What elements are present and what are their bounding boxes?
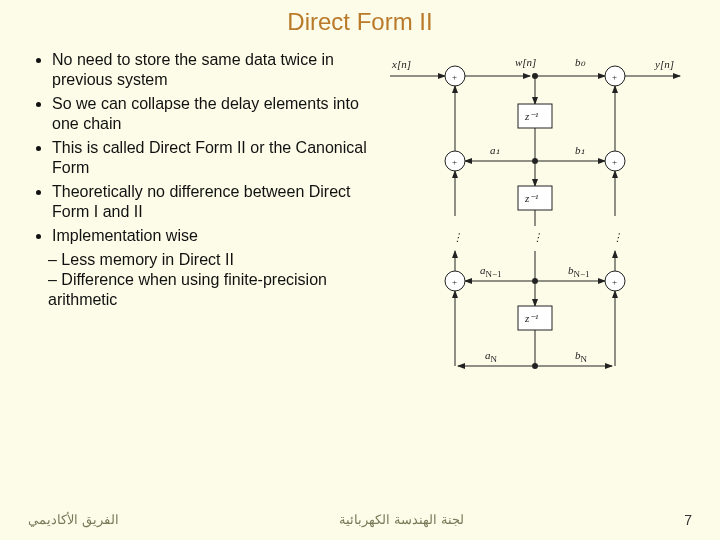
label-wn: w[n] [515, 56, 536, 68]
svg-text:+: + [612, 157, 617, 167]
label-bN: bN [575, 349, 588, 364]
svg-text:+: + [612, 277, 617, 287]
bullet-item: This is called Direct Form II or the Can… [52, 138, 370, 178]
label-aN: aN [485, 349, 498, 364]
svg-text:z⁻¹: z⁻¹ [524, 192, 538, 204]
label-b0: b₀ [575, 56, 586, 68]
bullet-list: No need to store the same data twice in … [30, 50, 370, 246]
label-xn: x[n] [391, 58, 411, 70]
bullet-item: So we can collapse the delay elements in… [52, 94, 370, 134]
text-column: No need to store the same data twice in … [30, 46, 370, 406]
svg-point-8 [532, 158, 538, 164]
svg-text:z⁻¹: z⁻¹ [524, 110, 538, 122]
label-aNm1: aN−1 [480, 264, 502, 279]
sub-item: Difference when using finite-precision a… [48, 270, 370, 310]
diagram-column: .ln{stroke:#222;stroke-width:1;fill:none… [380, 46, 690, 406]
ellipsis-icon: ⋮ [452, 231, 463, 243]
label-bNm1: bN−1 [568, 264, 590, 279]
svg-text:⋮: ⋮ [612, 231, 623, 243]
block-diagram: .ln{stroke:#222;stroke-width:1;fill:none… [380, 46, 690, 406]
footer-center: لجنة الهندسة الكهربائية [339, 512, 463, 528]
page-number: 7 [684, 512, 692, 528]
svg-text:+: + [452, 157, 457, 167]
content-row: No need to store the same data twice in … [0, 36, 720, 406]
bullet-item: Theoretically no difference between Dire… [52, 182, 370, 222]
footer-left: الفريق الأكاديمي [28, 512, 119, 528]
svg-text:⋮: ⋮ [532, 231, 543, 243]
svg-text:z⁻¹: z⁻¹ [524, 312, 538, 324]
bullet-item: No need to store the same data twice in … [52, 50, 370, 90]
svg-text:+: + [452, 277, 457, 287]
plus-label: + [452, 72, 457, 82]
label-yn: y[n] [654, 58, 674, 70]
bullet-item: Implementation wise [52, 226, 370, 246]
slide-title: Direct Form II [0, 0, 720, 36]
svg-point-26 [532, 278, 538, 284]
footer: الفريق الأكاديمي لجنة الهندسة الكهربائية… [0, 512, 720, 528]
sub-list: Less memory in Direct II Difference when… [30, 250, 370, 310]
sub-item: Less memory in Direct II [48, 250, 370, 270]
svg-point-39 [532, 363, 538, 369]
node-icon [532, 73, 538, 79]
label-b1: b₁ [575, 144, 585, 156]
label-a1: a₁ [490, 144, 500, 156]
svg-text:+: + [612, 72, 617, 82]
